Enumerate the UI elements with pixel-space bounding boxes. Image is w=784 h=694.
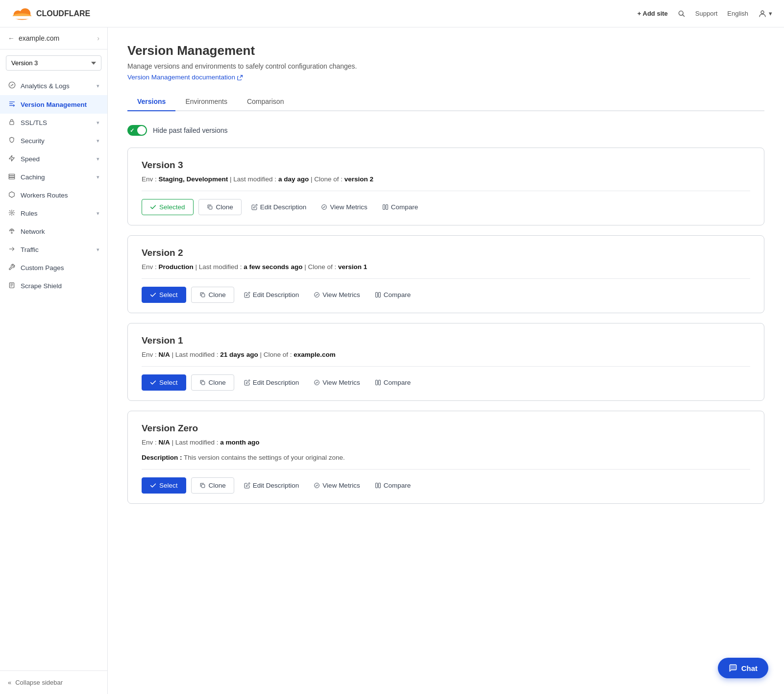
- svg-rect-4: [13, 16, 31, 19]
- speed-label: Speed: [21, 155, 40, 163]
- nav-caching[interactable]: Caching ▾: [0, 168, 107, 186]
- svg-rect-28: [375, 380, 377, 385]
- caching-label: Caching: [21, 174, 45, 181]
- svg-point-15: [11, 232, 12, 233]
- traffic-icon: [8, 246, 16, 254]
- v3-actions: Selected Clone Edit Description View Met…: [142, 199, 750, 215]
- v1-select-button[interactable]: Select: [142, 374, 186, 391]
- edit-icon: [251, 204, 258, 210]
- nav-network[interactable]: Network: [0, 223, 107, 241]
- nav-security[interactable]: Security ▾: [0, 132, 107, 150]
- svg-line-6: [683, 15, 685, 17]
- v0-select-button[interactable]: Select: [142, 477, 186, 494]
- hide-failed-versions-toggle[interactable]: ✓: [127, 125, 147, 136]
- compare-icon: [375, 379, 381, 386]
- v2-metrics-button[interactable]: View Metrics: [309, 287, 365, 302]
- nav-custom-pages[interactable]: Custom Pages: [0, 259, 107, 277]
- v0-metrics-button[interactable]: View Metrics: [309, 478, 365, 493]
- v1-compare-button[interactable]: Compare: [370, 375, 416, 390]
- ssl-label: SSL/TLS: [21, 119, 47, 126]
- topnav: CLOUDFLARE + Add site Support English ▾: [0, 0, 784, 27]
- analytics-label: Analytics & Logs: [21, 82, 70, 90]
- clone-icon: [199, 379, 206, 386]
- scrape-shield-label: Scrape Shield: [21, 282, 62, 290]
- logo[interactable]: CLOUDFLARE: [12, 7, 90, 21]
- nav-version-management[interactable]: Version Management: [0, 95, 107, 114]
- compare-icon: [375, 292, 381, 298]
- version-card-v2: Version 2 Env : Production | Last modifi…: [127, 235, 764, 313]
- back-arrow[interactable]: ←: [8, 34, 15, 42]
- account-button[interactable]: ▾: [758, 9, 772, 18]
- tabs: Versions Environments Comparison: [127, 93, 764, 111]
- svg-rect-22: [201, 294, 205, 297]
- main-content: Version Management Manage versions and e…: [108, 27, 784, 694]
- version2-meta: Env : Production | Last modified : a few…: [142, 263, 750, 271]
- scrape-shield-icon: [8, 282, 16, 290]
- v0-edit-button[interactable]: Edit Description: [239, 478, 304, 493]
- doc-link[interactable]: Version Management documentation: [127, 74, 243, 81]
- compare-icon: [382, 204, 389, 210]
- toggle-check-icon: ✓: [130, 127, 134, 134]
- svg-rect-33: [378, 483, 380, 488]
- search-button[interactable]: [678, 10, 686, 18]
- language-dropdown[interactable]: English: [727, 10, 748, 17]
- v0-modified-value: a month ago: [220, 439, 259, 446]
- security-arrow: ▾: [97, 138, 99, 144]
- v3-compare-button[interactable]: Compare: [377, 199, 423, 215]
- ssl-arrow: ▾: [97, 120, 99, 126]
- version-card-v1: Version 1 Env : N/A | Last modified : 21…: [127, 323, 764, 401]
- check-icon: [150, 204, 156, 210]
- v2-select-button[interactable]: Select: [142, 287, 186, 303]
- v3-env-label: Env :: [142, 175, 159, 183]
- v3-edit-button[interactable]: Edit Description: [246, 199, 312, 215]
- v2-compare-button[interactable]: Compare: [370, 287, 416, 302]
- nav-scrape-shield[interactable]: Scrape Shield: [0, 277, 107, 295]
- v1-metrics-button[interactable]: View Metrics: [309, 375, 365, 390]
- clone-icon: [199, 292, 206, 298]
- workers-label: Workers Routes: [21, 192, 68, 199]
- v2-divider: [142, 278, 750, 279]
- v1-modified-value: 21 days ago: [220, 351, 258, 358]
- v0-clone-button[interactable]: Clone: [191, 477, 234, 494]
- v3-selected-button[interactable]: Selected: [142, 199, 194, 215]
- v1-divider: [142, 366, 750, 367]
- v1-edit-button[interactable]: Edit Description: [239, 375, 304, 390]
- add-site-button[interactable]: + Add site: [637, 10, 668, 17]
- tab-versions[interactable]: Versions: [127, 93, 175, 111]
- account-icon: [758, 9, 767, 18]
- page-subtitle: Manage versions and environments to safe…: [127, 62, 764, 70]
- v3-modified-value: a day ago: [278, 175, 309, 183]
- edit-icon: [244, 379, 250, 386]
- rules-icon: [8, 209, 16, 218]
- version0-meta: Env : N/A | Last modified : a month ago: [142, 439, 750, 446]
- nav-speed[interactable]: Speed ▾: [0, 150, 107, 168]
- v2-edit-button[interactable]: Edit Description: [239, 287, 304, 302]
- metrics-icon: [321, 204, 327, 210]
- collapse-sidebar-button[interactable]: « Collapse sidebar: [0, 670, 107, 694]
- v1-clone-button[interactable]: Clone: [191, 374, 234, 391]
- v3-divider: [142, 191, 750, 191]
- v3-clone-button[interactable]: Clone: [198, 199, 242, 215]
- forward-arrow[interactable]: ›: [97, 34, 99, 42]
- network-icon: [8, 227, 16, 236]
- version-management-icon: [8, 100, 16, 109]
- nav-ssl-tls[interactable]: SSL/TLS ▾: [0, 114, 107, 132]
- svg-rect-30: [201, 484, 205, 488]
- nav-workers-routes[interactable]: Workers Routes: [0, 186, 107, 204]
- chat-button[interactable]: Chat: [718, 658, 768, 678]
- tab-comparison[interactable]: Comparison: [237, 93, 294, 111]
- cloudflare-logo-icon: [12, 7, 32, 21]
- metrics-icon: [314, 482, 320, 489]
- v0-actions: Select Clone Edit Description View Metri…: [142, 477, 750, 494]
- nav-traffic[interactable]: Traffic ▾: [0, 241, 107, 259]
- v2-clone-button[interactable]: Clone: [191, 287, 234, 303]
- version-selector[interactable]: Version 3 Version 2 Version 1 Version Ze…: [6, 55, 101, 71]
- v0-divider: [142, 469, 750, 470]
- tab-environments[interactable]: Environments: [175, 93, 237, 111]
- nav-rules[interactable]: Rules ▾: [0, 204, 107, 223]
- support-dropdown[interactable]: Support: [695, 10, 718, 17]
- svg-rect-29: [378, 380, 380, 385]
- v0-compare-button[interactable]: Compare: [370, 478, 416, 493]
- v3-metrics-button[interactable]: View Metrics: [316, 199, 372, 215]
- nav-analytics[interactable]: Analytics & Logs ▾: [0, 76, 107, 95]
